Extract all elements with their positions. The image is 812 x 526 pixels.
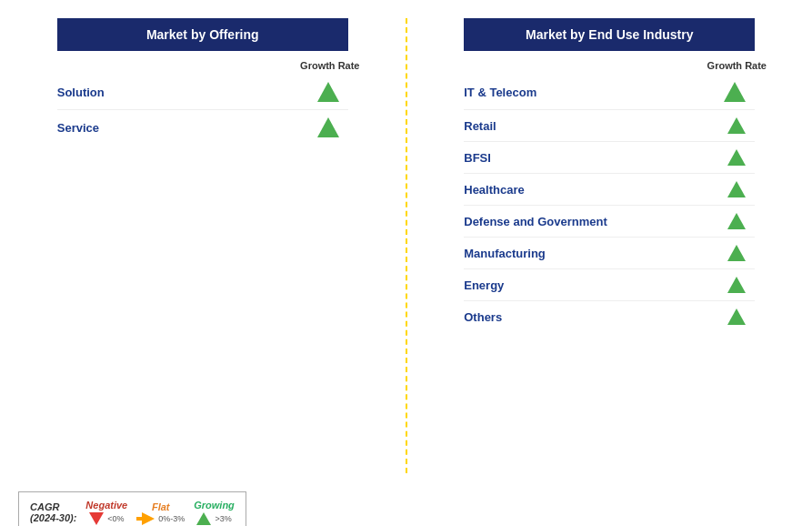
item-label-defense: Defense and Government [464, 215, 607, 228]
list-item: Retail [464, 110, 755, 142]
legend-flat-row: 0%-3% [136, 514, 185, 523]
item-label-it-telecom: IT & Telecom [464, 86, 536, 99]
arrow-up-icon [727, 277, 746, 293]
arrow-up-icon [724, 82, 746, 102]
arrow-up-icon [317, 82, 339, 102]
right-panel: Market by End Use Industry Growth Rate I… [416, 18, 804, 473]
list-item: Others [464, 301, 755, 332]
list-item: Manufacturing [464, 238, 755, 269]
list-item: Energy [464, 269, 755, 301]
flat-label: Flat [152, 501, 170, 512]
negative-sublabel: <0% [107, 514, 124, 523]
item-label-service: Service [57, 121, 99, 135]
legend-growing: Growing >3% [194, 500, 235, 525]
item-label-manufacturing: Manufacturing [464, 247, 546, 260]
item-label-bfsi: BFSI [464, 151, 491, 165]
legend-flat: Flat 0%-3% [136, 501, 185, 523]
legend-negative: Negative <0% [85, 500, 127, 525]
list-item: Healthcare [464, 174, 755, 206]
arrow-up-icon [727, 213, 746, 229]
list-item: Service [57, 110, 348, 145]
legend-growing-row: >3% [196, 512, 231, 525]
negative-label: Negative [85, 500, 127, 511]
arrow-up-icon [727, 309, 746, 325]
arrow-up-icon [727, 181, 746, 197]
left-growth-rate-label: Growth Rate [300, 60, 359, 71]
growing-sublabel: >3% [215, 514, 231, 523]
arrow-up-icon [727, 149, 746, 166]
list-item: IT & Telecom [464, 75, 755, 110]
list-item: Defense and Government [464, 206, 755, 238]
item-label-energy: Energy [464, 278, 504, 292]
item-label-healthcare: Healthcare [464, 183, 524, 197]
flat-sublabel: 0%-3% [158, 514, 185, 523]
arrow-up-green-icon [196, 512, 211, 525]
arrow-up-icon [727, 117, 746, 134]
growing-label: Growing [194, 500, 235, 511]
bottom-row: CAGR (2024-30): Negative <0% Flat 0%-3% … [0, 482, 812, 526]
item-label-retail: Retail [464, 119, 496, 133]
right-growth-rate-label: Growth Rate [707, 60, 767, 71]
arrow-up-icon [727, 245, 746, 261]
legend-box: CAGR (2024-30): Negative <0% Flat 0%-3% … [18, 491, 246, 526]
vertical-divider [406, 18, 407, 473]
cagr-label: CAGR [30, 501, 76, 512]
list-item: Solution [57, 75, 348, 110]
arrow-down-icon [89, 512, 104, 525]
left-panel: Market by Offering Growth Rate Solution … [9, 18, 396, 473]
cagr-year-label: (2024-30): [30, 512, 76, 523]
list-item: BFSI [464, 142, 755, 174]
item-label-others: Others [464, 310, 502, 324]
item-label-solution: Solution [57, 86, 105, 99]
legend-negative-row: <0% [89, 512, 124, 525]
right-panel-title: Market by End Use Industry [464, 18, 755, 51]
arrow-right-icon [136, 514, 155, 523]
arrow-up-icon [317, 117, 339, 137]
left-panel-title: Market by Offering [57, 18, 348, 51]
